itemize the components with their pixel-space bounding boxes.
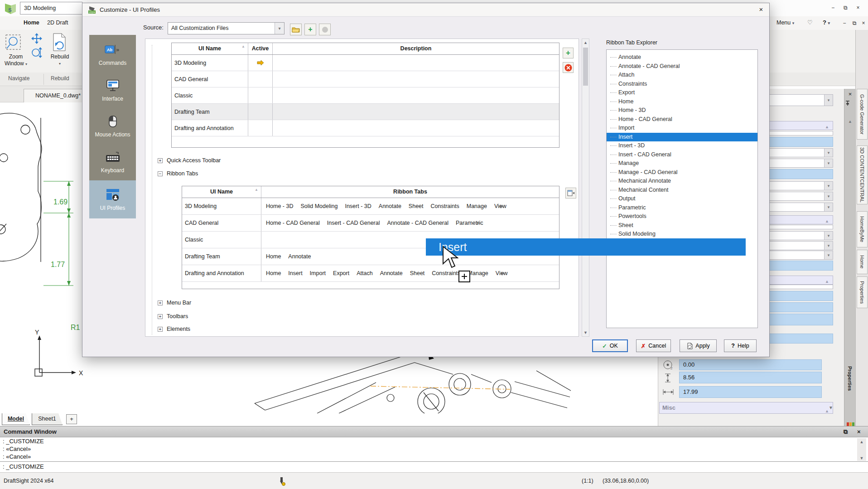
profile-row[interactable]: Classic	[172, 87, 559, 104]
ribbon-tab-chip[interactable]: Annotate	[379, 203, 401, 209]
dialog-titlebar[interactable]: 2024 Customize - UI Profiles ×	[82, 3, 769, 17]
rebuild-button[interactable]: Rebuild ▾	[47, 53, 72, 67]
explorer-item[interactable]: Annotate	[607, 53, 757, 62]
ribbon-tab-chip[interactable]: Constraints	[431, 203, 459, 209]
explorer-item[interactable]: Sheet	[607, 221, 757, 230]
explorer-item[interactable]: Powertools	[607, 212, 757, 221]
column-header-ui-name[interactable]: UI Name ▲	[182, 186, 261, 198]
plumb-tool-icon[interactable]	[278, 476, 286, 486]
feedback-icon[interactable]	[847, 422, 854, 426]
ribbon-tab-chip[interactable]: Insert - CAD General	[327, 220, 380, 226]
column-header-ribbon-tabs[interactable]: Ribbon Tabs	[261, 186, 559, 198]
pin-icon[interactable]	[844, 97, 856, 107]
restore-icon[interactable]: ⧉	[840, 4, 851, 12]
tree-item-menu-bar[interactable]: Menu Bar	[167, 300, 191, 306]
expand-icon[interactable]: +	[158, 314, 163, 319]
cancel-button[interactable]: ✗ Cancel	[636, 339, 671, 352]
tab-model[interactable]: Model	[2, 413, 30, 425]
tab-home[interactable]: Home	[24, 19, 39, 26]
help-button[interactable]: ? Help	[724, 339, 757, 352]
ribbon-tab-chip[interactable]: Attach	[357, 270, 372, 276]
profile-row[interactable]: CAD General	[172, 71, 559, 87]
tree-item-elements[interactable]: Elements	[167, 326, 190, 333]
scroll-down-icon[interactable]: ▼	[857, 455, 866, 462]
tab-homebyme[interactable]: HomeByMe	[857, 211, 868, 247]
ribbon-tabs-row[interactable]: CAD General Home - CAD General Insert - …	[182, 215, 559, 232]
profile-row[interactable]: Drafting Team	[172, 104, 559, 120]
misc-section-header[interactable]: Misc▲	[659, 402, 833, 414]
scroll-down-icon[interactable]: ▼	[829, 405, 833, 410]
dialog-scrollbar[interactable]: ▲ ▼	[582, 39, 589, 337]
explorer-item[interactable]: Home - 3D	[607, 106, 757, 115]
explorer-item[interactable]: Home - CAD General	[607, 115, 757, 124]
add-sheet-button[interactable]: +	[66, 414, 77, 424]
ribbon-tab-chip[interactable]: Home	[266, 253, 281, 260]
scroll-thumb[interactable]	[583, 48, 588, 86]
ribbon-tab-chip[interactable]: Annotate - CAD General	[387, 220, 449, 226]
property-value-field[interactable]: 8.56	[679, 372, 822, 383]
explorer-item[interactable]: Parametric	[607, 203, 757, 213]
overflow-chevron-icon[interactable]: »	[500, 203, 503, 209]
overflow-chevron-icon[interactable]: »	[477, 220, 480, 226]
collapse-icon[interactable]: −	[158, 171, 163, 176]
zoom-window-icon[interactable]	[5, 34, 26, 53]
sidebar-item-keyboard[interactable]: Keyboard	[89, 145, 136, 180]
explorer-item[interactable]: Manage	[607, 159, 757, 168]
zoom-fit-icon[interactable]	[31, 46, 43, 58]
ribbon-tab-chip[interactable]: Manage	[468, 270, 488, 276]
tab-sheet1[interactable]: Sheet1	[32, 413, 63, 425]
tree-item-toolbars[interactable]: Toolbars	[167, 313, 188, 320]
explorer-item[interactable]: Import	[607, 124, 757, 133]
menu-button[interactable]: Menu ▾	[776, 19, 794, 26]
minimize-doc-icon[interactable]: −	[839, 19, 850, 27]
overflow-chevron-icon[interactable]: »	[501, 270, 504, 276]
tab-gcode-generator[interactable]: G-code Generator	[857, 89, 868, 140]
column-header-ui-name[interactable]: UI Name ▲	[172, 43, 248, 54]
profile-row[interactable]: Drafting and Annotation	[172, 120, 559, 136]
explorer-item[interactable]: Insert - CAD General	[607, 150, 757, 160]
property-value-field[interactable]: 17.99	[679, 386, 822, 398]
open-file-button[interactable]	[290, 24, 302, 35]
rebuild-icon[interactable]	[50, 33, 69, 53]
ribbon-tab-chip[interactable]: Insert - 3D	[345, 203, 371, 209]
explorer-item[interactable]: Solid Modeling	[607, 230, 757, 239]
tree-item-quick-access-toolbar[interactable]: Quick Access Toolbar	[167, 157, 221, 164]
explorer-item[interactable]: Annotate - CAD General	[607, 62, 757, 71]
favorites-heart-icon[interactable]: ♡	[807, 19, 813, 26]
explorer-item[interactable]: Home	[607, 97, 757, 107]
scroll-up-icon[interactable]: ▲	[844, 107, 856, 124]
source-dropdown[interactable]: All Customization Files ▾	[168, 22, 285, 34]
zoom-window-button[interactable]: Zoom Window ▾	[3, 53, 29, 68]
new-file-button[interactable]: +	[304, 24, 316, 35]
ribbon-tab-chip[interactable]: Export	[333, 270, 349, 276]
profile-row[interactable]: 3D Modeling	[172, 55, 559, 71]
sidebar-item-commands[interactable]: Ab» Commands	[89, 37, 136, 73]
tab-home[interactable]: Home	[857, 250, 868, 274]
column-header-active[interactable]: Active	[248, 43, 273, 54]
explorer-item[interactable]: Output	[607, 194, 757, 203]
close-panel-icon[interactable]: ×	[844, 89, 856, 97]
ribbon-tab-chip[interactable]: Home - 3D	[266, 203, 293, 209]
minimize-icon[interactable]: −	[828, 4, 839, 12]
expand-icon[interactable]: +	[158, 300, 163, 305]
tab-3d-contentcentral[interactable]: 3D CONTENTCENTRAL	[857, 145, 868, 204]
sidebar-item-mouse-actions[interactable]: Mouse Actions	[89, 109, 136, 144]
property-value-field[interactable]: 0.00	[679, 359, 822, 370]
ribbon-tab-chip[interactable]: Import	[310, 270, 326, 276]
scroll-down-icon[interactable]: ▼	[582, 329, 589, 336]
ok-button[interactable]: ✓ OK	[592, 339, 628, 352]
help-button[interactable]: ? ▾	[823, 19, 830, 26]
explorer-item[interactable]: Attach	[607, 71, 757, 80]
expand-icon[interactable]: +	[158, 158, 163, 163]
tab-properties[interactable]: Properties	[857, 276, 868, 308]
explorer-item-selected[interactable]: Insert	[607, 133, 757, 142]
pan-icon[interactable]	[31, 33, 43, 44]
ribbon-tab-chip[interactable]: Annotate	[380, 270, 403, 276]
ribbon-tab-chip[interactable]: Manage	[467, 203, 487, 209]
close-doc-icon[interactable]: ×	[858, 19, 868, 27]
explorer-item[interactable]: Constraints	[607, 80, 757, 89]
ribbon-tab-chip[interactable]: Solid Modeling	[300, 203, 338, 209]
active-profile-dropdown[interactable]: 3D Modeling	[20, 2, 82, 15]
close-dialog-icon[interactable]: ×	[756, 5, 767, 13]
ribbon-tab-chip[interactable]: Home	[266, 270, 281, 276]
